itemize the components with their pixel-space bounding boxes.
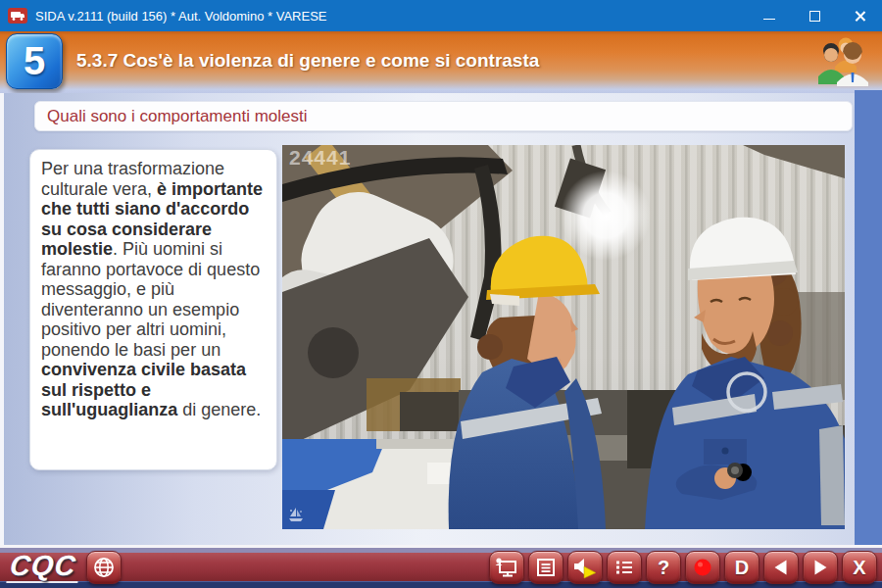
arrow-right-icon (809, 557, 831, 578)
toolbar-button-row: ? D X (489, 551, 877, 584)
chapter-number: 5 (24, 39, 45, 83)
window-titlebar: SIDA v.2111 (build 156) * Aut. Voldomino… (0, 0, 882, 31)
dictionary-button[interactable]: D (724, 551, 760, 584)
lesson-content-area: Quali sono i comportamenti molesti Per u… (0, 93, 882, 547)
minimize-icon[interactable] (747, 0, 792, 31)
list-icon (613, 557, 635, 578)
photo-watermark: 24441 (289, 146, 351, 170)
audio-button[interactable] (567, 551, 603, 584)
section-title-bar: Quali sono i comportamenti molesti (34, 101, 853, 131)
speaker-play-icon (572, 556, 598, 579)
presentation-button[interactable] (489, 551, 524, 584)
index-button[interactable] (607, 551, 642, 584)
photo-sail-logo-icon (287, 507, 305, 524)
lesson-header: 5 5.3.7 Cos'è la violenza di genere e co… (0, 31, 882, 93)
globe-icon (92, 556, 116, 579)
section-title: Quali sono i comportamenti molesti (35, 107, 308, 126)
lesson-title: 5.3.7 Cos'è la violenza di genere e come… (76, 31, 539, 90)
cqc-logo: CQC (6, 552, 81, 583)
bottom-toolbar: CQC (0, 545, 882, 588)
document-icon (535, 557, 557, 578)
lesson-photo: 24441 (282, 145, 845, 529)
app-truck-icon (8, 8, 27, 24)
screen-person-icon (494, 556, 519, 579)
chapter-number-tile: 5 (6, 33, 63, 89)
maximize-icon[interactable] (792, 0, 837, 31)
app-window: SIDA v.2111 (build 156) * Aut. Voldomino… (0, 0, 882, 588)
window-title: SIDA v.2111 (build 156) * Aut. Voldomino… (35, 9, 747, 24)
people-group-icon (815, 35, 872, 90)
right-accent-band (855, 90, 882, 547)
notes-button[interactable] (528, 551, 564, 584)
next-button[interactable] (803, 551, 838, 584)
record-button[interactable] (685, 551, 720, 584)
lesson-text-panel: Per una trasformazione culturale vera, è… (29, 149, 277, 470)
globe-button[interactable] (86, 551, 122, 584)
exit-button[interactable]: X (842, 551, 877, 584)
arrow-left-icon (770, 557, 792, 578)
previous-button[interactable] (763, 551, 799, 584)
help-button[interactable]: ? (646, 551, 681, 584)
close-icon[interactable] (837, 0, 882, 31)
record-dot-icon (692, 557, 713, 578)
